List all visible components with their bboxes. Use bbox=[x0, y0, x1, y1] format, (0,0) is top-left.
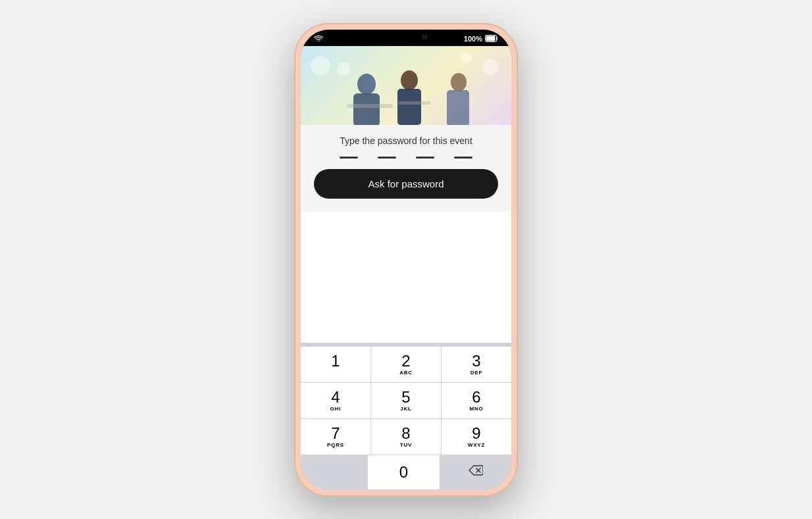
svg-rect-7 bbox=[447, 90, 469, 125]
keyboard-row-1: 1 2 ABC 3 DEF bbox=[301, 347, 511, 383]
password-area: Type the password for this event Ask for… bbox=[301, 125, 511, 212]
pin-dash-2 bbox=[378, 157, 396, 159]
battery-percent: 100% bbox=[464, 35, 482, 43]
key-3[interactable]: 3 DEF bbox=[442, 347, 511, 382]
content-spacer bbox=[301, 212, 511, 343]
camera bbox=[422, 34, 427, 39]
pin-dashes bbox=[314, 157, 498, 159]
pin-dash-1 bbox=[340, 157, 358, 159]
keyboard-row-4: 0 bbox=[301, 455, 511, 490]
notch bbox=[373, 30, 439, 44]
status-right: 100% bbox=[464, 35, 498, 43]
keyboard-row-3: 7 PQRS 8 TUV 9 WXYZ bbox=[301, 419, 511, 455]
pin-dash-4 bbox=[454, 157, 472, 159]
svg-rect-9 bbox=[398, 101, 431, 105]
key-9[interactable]: 9 WXYZ bbox=[442, 419, 511, 455]
key-empty bbox=[301, 455, 367, 489]
ask-password-button[interactable]: Ask for password bbox=[314, 169, 498, 199]
phone-frame: 100% bbox=[294, 23, 518, 497]
event-image-banner bbox=[301, 46, 511, 125]
svg-point-4 bbox=[401, 70, 418, 90]
svg-point-2 bbox=[357, 74, 376, 95]
status-bar: 100% bbox=[301, 30, 511, 46]
pin-dash-3 bbox=[416, 157, 434, 159]
prompt-text: Type the password for this event bbox=[314, 136, 498, 146]
svg-rect-1 bbox=[486, 36, 495, 41]
delete-icon bbox=[469, 465, 483, 479]
wifi-icon bbox=[314, 35, 323, 43]
svg-rect-5 bbox=[397, 89, 421, 125]
battery-icon bbox=[485, 35, 498, 43]
svg-rect-8 bbox=[347, 104, 393, 108]
key-0[interactable]: 0 bbox=[368, 455, 439, 489]
keyboard-row-2: 4 GHI 5 JKL 6 MNO bbox=[301, 383, 511, 419]
status-left bbox=[314, 35, 323, 43]
svg-point-6 bbox=[451, 73, 467, 91]
key-8[interactable]: 8 TUV bbox=[371, 419, 441, 455]
key-1[interactable]: 1 bbox=[301, 347, 370, 382]
people-silhouettes bbox=[301, 46, 511, 125]
svg-rect-3 bbox=[353, 93, 380, 125]
key-6[interactable]: 6 MNO bbox=[442, 383, 511, 418]
key-delete[interactable] bbox=[440, 455, 511, 489]
screen-content: Type the password for this event Ask for… bbox=[301, 46, 511, 490]
key-2[interactable]: 2 ABC bbox=[371, 347, 441, 382]
phone-screen: 100% bbox=[301, 30, 511, 490]
numeric-keyboard: 1 2 ABC 3 DEF 4 GHI bbox=[301, 343, 511, 490]
key-5[interactable]: 5 JKL bbox=[371, 383, 441, 418]
key-4[interactable]: 4 GHI bbox=[301, 383, 370, 418]
key-7[interactable]: 7 PQRS bbox=[301, 419, 370, 455]
